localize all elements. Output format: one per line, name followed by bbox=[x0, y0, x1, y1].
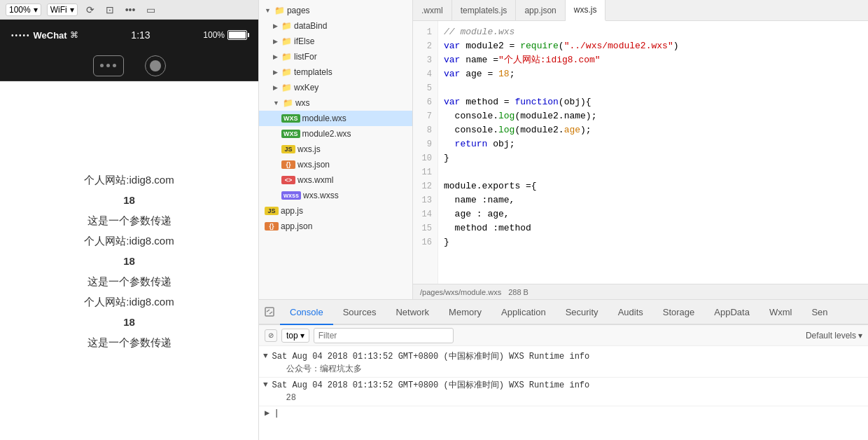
file-wxs-js[interactable]: JS wxs.js bbox=[259, 142, 412, 157]
wxs-folder-icon: 📁 bbox=[283, 98, 293, 108]
battery-pct-label: 100% bbox=[203, 30, 225, 40]
file-wxs-json[interactable]: {} wxs.json bbox=[259, 157, 412, 172]
app-js-label: app.js bbox=[281, 206, 303, 216]
console-level-label: top bbox=[286, 331, 298, 341]
content-line-7: 个人网站:idig8.com bbox=[84, 292, 174, 311]
code-line-2: var module2 = require("../wxs/module2.wx… bbox=[444, 39, 862, 53]
code-line-11 bbox=[444, 165, 862, 179]
console-prompt[interactable]: ▶ | bbox=[259, 406, 868, 420]
folder-databind[interactable]: ▶ 📁 dataBind bbox=[259, 18, 412, 34]
code-line-7: console.log(module2.name); bbox=[444, 109, 862, 123]
fullscreen-icon[interactable]: ⊡ bbox=[103, 3, 117, 17]
folder-wxs[interactable]: ▼ 📁 wxs bbox=[259, 95, 412, 111]
wxkey-folder-icon: 📁 bbox=[281, 83, 292, 92]
code-line-9: return obj; bbox=[444, 137, 862, 151]
console-level-select[interactable]: top ▾ bbox=[281, 329, 309, 343]
code-line-4: var age = 18; bbox=[444, 67, 862, 81]
status-time: 1:13 bbox=[131, 29, 150, 41]
wxs-wxml-label: wxs.wxml bbox=[298, 175, 333, 185]
nav-dots-button[interactable] bbox=[93, 55, 124, 76]
code-line-6: var method = function(obj){ bbox=[444, 95, 862, 109]
devtools-bottom: Console Sources Network Memory Applicati… bbox=[259, 300, 868, 440]
editor-tabs: .wxml templatels.js app.json wxs.js bbox=[413, 0, 868, 21]
tab-application-label: Application bbox=[501, 307, 546, 317]
content-line-8: 18 bbox=[123, 312, 135, 331]
json-badge-2: {} bbox=[265, 222, 279, 231]
file-module-wxs[interactable]: WXS module.wxs bbox=[259, 111, 412, 126]
screen-icon[interactable]: ▭ bbox=[144, 3, 158, 17]
wifi-select[interactable]: WiFi ▾ bbox=[47, 4, 78, 16]
wxs-wxss-label: wxs.wxss bbox=[303, 191, 339, 200]
entry-1-arrow-icon: ▼ bbox=[259, 352, 272, 360]
ln-5: 5 bbox=[413, 81, 438, 95]
signal-dots: ••••• bbox=[11, 32, 31, 39]
phone-screen: ••••• WeChat ⌘ 1:13 100% 个人网 bbox=[0, 20, 258, 440]
svg-line-2 bbox=[270, 312, 272, 314]
tab-console[interactable]: Console bbox=[280, 300, 333, 325]
svg-rect-0 bbox=[265, 308, 274, 316]
wxss-badge-1: wxss bbox=[281, 191, 301, 200]
folder-wxkey[interactable]: ▶ 📁 wxKey bbox=[259, 80, 412, 95]
battery-fill bbox=[229, 32, 246, 39]
tab-app-json[interactable]: app.json bbox=[516, 0, 565, 20]
file-wxs-wxml[interactable]: <> wxs.wxml bbox=[259, 172, 412, 188]
zoom-select[interactable]: 100% ▾ bbox=[6, 4, 41, 16]
pages-arrow-icon: ▼ bbox=[265, 7, 271, 14]
tab-sources[interactable]: Sources bbox=[333, 300, 386, 325]
content-line-6: 这是一个参数传递 bbox=[88, 272, 172, 291]
default-levels-label: Default levels bbox=[806, 331, 856, 341]
tab-appdata-label: AppData bbox=[714, 307, 750, 317]
status-left: ••••• WeChat ⌘ bbox=[11, 30, 78, 41]
tab-security[interactable]: Security bbox=[556, 300, 608, 325]
content-line-5: 18 bbox=[123, 252, 135, 270]
rotate-icon[interactable]: ⟳ bbox=[83, 3, 97, 17]
content-line-9: 这是一个参数传递 bbox=[88, 333, 172, 352]
ln-4: 4 bbox=[413, 67, 438, 81]
tab-memory[interactable]: Memory bbox=[439, 300, 491, 325]
ifelse-label: ifElse bbox=[294, 36, 314, 46]
devtools-tabs: Console Sources Network Memory Applicati… bbox=[259, 300, 868, 325]
code-editor: .wxml templatels.js app.json wxs.js 1 2 … bbox=[413, 0, 868, 299]
tab-wxml-label2: Wxml bbox=[769, 307, 792, 317]
more-icon[interactable]: ••• bbox=[122, 3, 139, 17]
tab-storage[interactable]: Storage bbox=[653, 300, 705, 325]
ln-11: 11 bbox=[413, 165, 438, 179]
tab-audits[interactable]: Audits bbox=[608, 300, 653, 325]
tab-network-label: Network bbox=[396, 307, 429, 317]
nav-record-button[interactable] bbox=[145, 55, 166, 76]
tab-sen[interactable]: Sen bbox=[802, 300, 837, 325]
js-badge-1: JS bbox=[281, 145, 295, 153]
folder-ifelse[interactable]: ▶ 📁 ifElse bbox=[259, 34, 412, 49]
file-path: /pages/wxs/module.wxs bbox=[420, 288, 501, 296]
pages-label: pages bbox=[287, 6, 310, 15]
content-line-4: 个人网站:idig8.com bbox=[84, 231, 174, 250]
code-lines: // module.wxs var module2 = require("../… bbox=[438, 21, 868, 284]
tab-appdata[interactable]: AppData bbox=[704, 300, 760, 325]
folder-listfor[interactable]: ▶ 📁 listFor bbox=[259, 49, 412, 64]
console-entry-1: ▼ Sat Aug 04 2018 01:13:52 GMT+0800 (中国标… bbox=[259, 349, 868, 378]
file-app-js[interactable]: JS app.js bbox=[259, 203, 412, 219]
wxkey-label: wxKey bbox=[294, 83, 318, 92]
wxs-badge-2: WXS bbox=[281, 130, 300, 138]
file-app-json[interactable]: {} app.json bbox=[259, 219, 412, 234]
tab-wxml[interactable]: .wxml bbox=[413, 0, 452, 20]
folder-pages[interactable]: ▼ 📁 pages bbox=[259, 3, 412, 18]
file-wxs-wxss[interactable]: wxss wxs.wxss bbox=[259, 188, 412, 203]
ifelse-folder-icon: 📁 bbox=[281, 36, 292, 46]
tab-templatels[interactable]: templatels.js bbox=[452, 0, 517, 20]
folder-templatels[interactable]: ▶ 📁 templatels bbox=[259, 64, 412, 80]
tab-wxs-js[interactable]: wxs.js bbox=[566, 0, 606, 21]
tab-application[interactable]: Application bbox=[491, 300, 556, 325]
ln-7: 7 bbox=[413, 109, 438, 123]
default-levels-select[interactable]: Default levels ▾ bbox=[806, 331, 862, 341]
wxs-label: wxs bbox=[295, 98, 310, 108]
tab-network[interactable]: Network bbox=[386, 300, 439, 325]
tab-wxml[interactable]: Wxml bbox=[760, 300, 802, 325]
tab-wxml-label: .wxml bbox=[421, 6, 443, 15]
json-badge-1: {} bbox=[281, 160, 295, 169]
console-stop-button[interactable]: ⊘ bbox=[265, 329, 277, 342]
console-filter-input[interactable] bbox=[314, 328, 454, 343]
tab-storage-label: Storage bbox=[663, 307, 695, 317]
wxs-js-label: wxs.js bbox=[298, 144, 321, 154]
file-module2-wxs[interactable]: WXS module2.wxs bbox=[259, 126, 412, 142]
